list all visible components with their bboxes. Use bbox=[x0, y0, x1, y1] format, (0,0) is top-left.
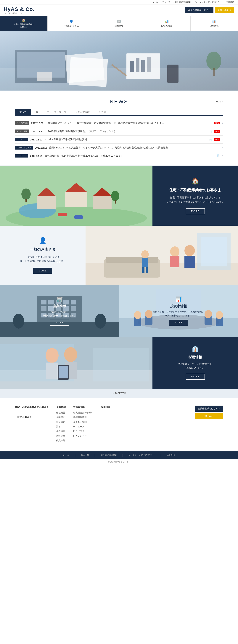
news-text[interactable]: 2018年4月期 第2四半期決算説明会資料 bbox=[44, 138, 206, 141]
tie-icon: 👔 bbox=[192, 346, 199, 352]
footer-corporate-button[interactable]: 会員企業様向けサイト bbox=[195, 406, 223, 412]
svg-rect-21 bbox=[93, 196, 111, 209]
nav-general[interactable]: 👤 一般のお客さま bbox=[48, 16, 95, 31]
corporate-description: 代表からの挨拶や弊社の企業データを紹介します。 bbox=[43, 310, 76, 318]
divider: ｜ bbox=[74, 454, 76, 457]
recruit-image bbox=[0, 337, 153, 389]
tab-release[interactable]: ニュースリリース bbox=[42, 109, 71, 116]
arrow-icon[interactable]: › bbox=[222, 138, 223, 141]
footer-link[interactable]: よくある質問 bbox=[73, 420, 93, 424]
svg-point-65 bbox=[95, 314, 106, 328]
nav-real-estate[interactable]: 🏠 住宅・不動産事業者のお客さま bbox=[0, 16, 48, 31]
footer-link[interactable]: IRニュース bbox=[73, 425, 93, 428]
news-date: 2017.12.15 bbox=[35, 146, 47, 149]
footer-title-real-estate: 住宅・不動産事業者のお客さま bbox=[15, 406, 49, 409]
news-text[interactable]: 「2018年4月期第2四半期決算説明会」（ログミーファイナンス） bbox=[46, 130, 206, 133]
bottom-nav-home[interactable]: ホーム bbox=[63, 454, 69, 457]
top-nav-disclaimer[interactable]: 免責事項 bbox=[225, 1, 234, 4]
footer-col-recruit: 採用情報 bbox=[101, 406, 110, 442]
footer-link[interactable]: 業績財務情報 bbox=[73, 416, 93, 419]
general-more-button[interactable]: MORE bbox=[33, 268, 52, 274]
nav-recruit[interactable]: 👔 採用情報 bbox=[191, 16, 238, 31]
logo-text: HyAS & Co. bbox=[4, 6, 35, 12]
tab-media[interactable]: メディア掲載 bbox=[71, 109, 94, 116]
news-category-badge: IR bbox=[15, 154, 28, 158]
top-nav-home[interactable]: ホーム bbox=[150, 1, 158, 4]
nav-corporate[interactable]: 🏢 企業情報 bbox=[95, 16, 143, 31]
footer-link[interactable]: 沿革 bbox=[56, 425, 66, 428]
arrow-icon[interactable]: › bbox=[222, 122, 223, 124]
news-tabs: すべて IR ニュースリリース メディア掲載 その他 bbox=[15, 109, 223, 116]
svg-rect-34 bbox=[106, 257, 158, 263]
top-nav-privacy[interactable]: 個人情報保護方針 bbox=[173, 1, 191, 4]
footer-title-recruit: 採用情報 bbox=[101, 406, 110, 409]
real-estate-image bbox=[0, 166, 153, 226]
footer-col-corporate: 企業情報 会社概要 企業理念 事業紹介 沿革 代表挨拶 関連会社 役員一覧 bbox=[56, 406, 66, 442]
page-top[interactable]: ∧ PAGE TOP bbox=[0, 389, 238, 398]
bottom-nav-social[interactable]: ソーシャルメディアポリシー bbox=[129, 454, 155, 457]
svg-rect-29 bbox=[58, 213, 67, 216]
bottom-nav-privacy[interactable]: 個人情報保護方針 bbox=[101, 454, 117, 457]
arrow-icon[interactable]: › bbox=[222, 146, 223, 149]
svg-point-76 bbox=[204, 310, 212, 318]
nav-investor-label: 投資家情報 bbox=[161, 24, 172, 28]
person-icon: 👤 bbox=[39, 237, 47, 244]
news-item: メディア掲載 2017.12.21 「株式戦略アガルンジャー 樫井英明の新・企業… bbox=[15, 119, 223, 127]
news-text[interactable]: 「株式戦略アガルンジャー 樫井英明の新・企業TOPの素顔」に、弊社代表締役社長の… bbox=[46, 121, 212, 125]
footer-link[interactable]: 役員一覧 bbox=[56, 439, 66, 442]
footer-link[interactable]: IRカレンダー bbox=[73, 434, 93, 438]
footer-link[interactable]: 会社概要 bbox=[56, 411, 66, 414]
footer-link[interactable]: IRライブラリ bbox=[73, 430, 93, 433]
main-navigation: 🏠 住宅・不動産事業者のお客さま 👤 一般のお客さま 🏢 企業情報 📊 投資家情… bbox=[0, 16, 238, 31]
footer-link[interactable]: 事業紹介 bbox=[56, 420, 66, 424]
tab-all[interactable]: すべて bbox=[15, 109, 31, 116]
arrow-icon[interactable]: › bbox=[222, 130, 223, 133]
svg-rect-87 bbox=[93, 348, 149, 382]
svg-rect-37 bbox=[142, 267, 145, 273]
real-estate-more-button[interactable]: MORE bbox=[186, 208, 205, 214]
top-nav-social[interactable]: ソーシャルメディアポリシー bbox=[194, 1, 222, 4]
nav-recruit-label: 採用情報 bbox=[210, 24, 219, 28]
new-badge: NEW bbox=[214, 138, 220, 141]
recruit-row: 👔 採用情報 弊社の新卒・キャリア採用情報を掲載しています。 MORE bbox=[0, 337, 238, 389]
recruit-description: 弊社の新卒・キャリア採用情報を掲載しています。 bbox=[178, 362, 212, 370]
news-text[interactable]: 四半期報告書－第14期第2四半期(平成29年5月1日－平成29年10月31日) bbox=[44, 154, 215, 158]
nav-investor[interactable]: 📊 投資家情報 bbox=[143, 16, 191, 31]
footer-link[interactable]: 企業理念 bbox=[56, 416, 66, 419]
general-panel: 👤 一般のお客さま 一般のお客さまに提供しているサービスや弊社の取り組みを紹介し… bbox=[0, 226, 85, 285]
hero-image bbox=[0, 31, 238, 90]
news-text[interactable]: 楽天LIFULL STAYと戸建賃貸ネットワーク大手のハイアス、民泊向け戸建型宿… bbox=[49, 146, 220, 149]
recruit-more-button[interactable]: MORE bbox=[186, 374, 205, 380]
divider: ｜ bbox=[93, 454, 96, 457]
header-buttons: 会員企業様向けサイト お問い合わせ bbox=[185, 7, 234, 13]
bottom-nav-disclaimer[interactable]: 免責事項 bbox=[167, 454, 175, 457]
svg-rect-19 bbox=[65, 192, 87, 207]
svg-point-75 bbox=[216, 311, 223, 319]
corporate-investor-row: 🏢 企業情報 代表からの挨拶や弊社の企業データを紹介します。 MORE bbox=[0, 285, 238, 337]
person-icon: 👤 bbox=[69, 20, 73, 24]
corporate-more-button[interactable]: MORE bbox=[50, 320, 69, 326]
chart-icon: 📊 bbox=[165, 20, 169, 24]
house-icon: 🏠 bbox=[191, 178, 199, 184]
tab-other[interactable]: その他 bbox=[94, 109, 110, 116]
news-date: 2017.12.21 bbox=[31, 122, 43, 124]
tab-ir[interactable]: IR bbox=[31, 109, 42, 116]
building-icon: 🏢 bbox=[117, 20, 121, 24]
footer-link[interactable]: 代表挨拶 bbox=[56, 430, 66, 433]
corporate-site-button[interactable]: 会員企業様向けサイト bbox=[185, 7, 213, 13]
footer-link[interactable]: 関連会社 bbox=[56, 434, 66, 438]
investor-more-button[interactable]: MORE bbox=[169, 320, 188, 326]
svg-point-74 bbox=[145, 310, 153, 318]
svg-rect-7 bbox=[167, 64, 178, 83]
svg-rect-13 bbox=[141, 60, 145, 72]
footer-link[interactable]: 個人投資家の皆様へ bbox=[73, 411, 93, 414]
news-title: NEWS bbox=[110, 99, 128, 105]
footer-contact-button[interactable]: お問い合わせ bbox=[195, 413, 223, 419]
top-nav-news[interactable]: ニュース bbox=[161, 1, 170, 4]
arrow-icon[interactable]: › bbox=[222, 154, 223, 157]
contact-button[interactable]: お問い合わせ bbox=[215, 7, 234, 13]
bottom-nav-news[interactable]: ニュース bbox=[81, 454, 89, 457]
real-estate-panel: 🏠 住宅・不動産事業者のお客さま 住宅・不動産事業者のお客さまに提供しているソリ… bbox=[153, 166, 238, 226]
news-more-link[interactable]: More bbox=[216, 100, 223, 103]
nav-corporate-label: 企業情報 bbox=[114, 24, 124, 28]
